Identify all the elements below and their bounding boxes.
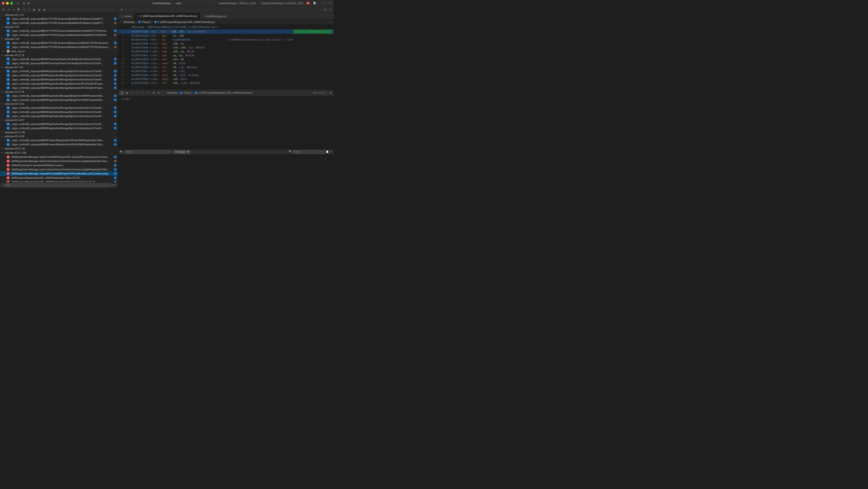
- bp-plain-4[interactable]: ! -[WARegistrationManager performSameDev…: [0, 167, 118, 171]
- bp-group-header[interactable]: ▾ unknown ID 18 57: [0, 118, 118, 122]
- code-line-13[interactable]: 13 0x1043f2660 <+44>: stur x8, [x29, #-0…: [118, 73, 334, 77]
- sidebar-toggle-right[interactable]: ⊡: [120, 8, 124, 11]
- sidebar-toggle-btn[interactable]: ⊡: [16, 1, 20, 5]
- bp-plain-1[interactable]: ! -[WARegistrationManager beginFetchWith…: [0, 155, 118, 159]
- nav-forward-btn[interactable]: ›: [129, 8, 133, 11]
- code-line-11[interactable]: 11 0x1043f2658 <+36>: ldr x8, [x8, #0xda…: [118, 65, 334, 69]
- add-button[interactable]: +: [322, 1, 326, 5]
- breadcrumb-thread[interactable]: Thread 1: [142, 21, 151, 24]
- code-line-8[interactable]: 8 0x1043f264c <+24>: sub sp, sp, #0x230: [118, 54, 334, 58]
- bp-item[interactable]: i _logos_method$_ungrouped$WAPreparedReg…: [0, 142, 118, 146]
- bp-group-4-1[interactable]: ▾ unknown ID 4.1 85: [0, 130, 118, 134]
- bp-file-item[interactable]: ▸ ⊕ hook_reg.xm: [0, 49, 118, 53]
- bp-item[interactable]: i _logos_method$_ungrouped$WARegistratio…: [0, 114, 118, 118]
- debug-extra-1[interactable]: ⊕: [152, 91, 156, 95]
- debug-extra-2[interactable]: ⊗: [156, 91, 161, 95]
- run-btn[interactable]: ▶: [27, 1, 31, 5]
- inspector-btn[interactable]: ≡: [328, 8, 333, 11]
- bp-group-header[interactable]: ▾ unknown ID 13 51: [0, 102, 118, 106]
- toolbar-list-btn[interactable]: ≡: [11, 8, 16, 11]
- tab-waprepared[interactable]: ⊙ 0 -[WAPreparedRegistrationURL urlWithT…: [134, 13, 200, 19]
- code-line-12[interactable]: 12 0x1043f265c <+40>: ldr x8, [x8]: [118, 69, 334, 73]
- toolbar-warn-btn[interactable]: ⚠: [22, 8, 26, 11]
- split-view-btn[interactable]: ⊟: [323, 8, 328, 11]
- bp-group-header[interactable]: ▾ unknown ID 12 45: [0, 90, 118, 94]
- traffic-lights[interactable]: [2, 2, 13, 5]
- stop-btn[interactable]: ■: [22, 1, 26, 5]
- tab-control[interactable]: ⊙ control: [118, 13, 134, 19]
- close-button[interactable]: [2, 2, 5, 5]
- bp-item[interactable]: i _logos_method$_ungrouped$NSHTTPURLResp…: [0, 29, 118, 33]
- code-line-14[interactable]: 14 0x1043f2664 <+48>: adrp x28, 4553: [118, 77, 334, 81]
- code-area[interactable]: WhatsApp`-[WAPreparedRegistrationURL url…: [118, 25, 334, 90]
- expand-console-btn[interactable]: ⊟: [328, 91, 333, 95]
- bp-settings-icon[interactable]: ⚙: [114, 184, 116, 186]
- bp-group-5-1[interactable]: ▾ unknown ID 5.1 93: [0, 146, 118, 151]
- bp-group-header[interactable]: ▾ unknown ID 11 25: [0, 53, 118, 57]
- debug-step-in-btn[interactable]: ↙: [130, 91, 134, 95]
- bp-item[interactable]: i _logos_method$_ungrouped$WARegistratio…: [0, 94, 118, 98]
- minimize-button[interactable]: [6, 2, 9, 5]
- collapse-icon[interactable]: ⟩: [331, 21, 332, 24]
- bp-item[interactable]: i _logos_method$_ungrouped$WAPhoneInputV…: [0, 61, 118, 65]
- bp-item[interactable]: i _logos_method$_ungrouped$WARegistratio…: [0, 82, 118, 86]
- bp-plain-2[interactable]: ! -[WARegistrationManager performSameDev…: [0, 159, 118, 163]
- code-line-5[interactable]: 5 0x1043f2640 <+12>: mov x30, x1: [118, 42, 334, 46]
- bp-group-header[interactable]: ▾ unknown ID 2 127: [0, 13, 118, 17]
- toolbar-square-btn[interactable]: ■: [37, 8, 41, 11]
- debug-step-over-btn[interactable]: ▶: [125, 91, 129, 95]
- code-line-2[interactable]: 2 → 0x1043f2634 <+4>: stp x28, x27, [sp,…: [118, 29, 334, 34]
- bp-item[interactable]: i _logos_method$_ungrouped$WARegistratio…: [0, 86, 118, 90]
- code-line-15[interactable]: 15 0x1043f2668 <+52>: ldr x19, [x28, #0x…: [118, 81, 334, 85]
- bp-item[interactable]: i _logos_method$_ungrouped$WARegistratio…: [0, 106, 118, 110]
- bp-item[interactable]: i _logos_method$_ungrouped$WARegistratio…: [0, 77, 118, 82]
- output-selector[interactable]: All Output: [173, 150, 190, 154]
- code-line-4[interactable]: 4 0x1043f263c <+8>: bl 0x104500a44 ; +[W…: [118, 38, 334, 42]
- bp-item[interactable]: i _logos_method$_ungrouped$WARegistratio…: [0, 73, 118, 77]
- bp-group-header[interactable]: ▾ unknown 134: [0, 25, 118, 29]
- add-bp-icon[interactable]: +: [2, 184, 3, 186]
- bp-group-header[interactable]: ▾ unknown 134: [0, 37, 118, 41]
- bp-group-header[interactable]: ▾ unknown ID 7 40: [0, 65, 118, 69]
- debug-step-inst-btn[interactable]: ⤵: [141, 91, 145, 95]
- bp-item[interactable]: i _logos_method$_ungrouped$WAPhoneInputV…: [0, 57, 118, 61]
- toolbar-close-btn[interactable]: ✕: [6, 8, 11, 11]
- lldb-console[interactable]: (lldb): [118, 96, 334, 149]
- breadcrumb-whatsapp[interactable]: WhatsApp: [124, 21, 135, 24]
- debug-pause-btn[interactable]: ⏸: [120, 91, 124, 95]
- debug-step-out-btn[interactable]: ↗: [135, 91, 140, 95]
- tab-hookwhatsapp[interactable]: ≡ HookWhatsApp.xm: [200, 13, 229, 19]
- lldb-filter-input[interactable]: [125, 150, 171, 154]
- code-line-6[interactable]: 6 0x1043f2644 <+16>: stp x29, x30, [sp, …: [118, 46, 334, 50]
- bp-item[interactable]: i _logos_method$_ungrouped$WARegistratio…: [0, 110, 118, 114]
- debug-step-inst-over-btn[interactable]: ⤴: [146, 91, 150, 95]
- bp-item[interactable]: i _logos_method$_ungrouped$WARegistratio…: [0, 69, 118, 73]
- bp-item[interactable]: i _logos_method$_ungrouped$NSHTTPURLResp…: [0, 33, 118, 37]
- code-line-10[interactable]: 10 0x1043f2654 <+32>: adrp x8, 3178: [118, 61, 334, 65]
- bp-item[interactable]: i _logos_method$_ungrouped$NSHTTPURLResp…: [0, 45, 118, 49]
- bp-item[interactable]: i _logos_method$_ungrouped$WARegistratio…: [0, 98, 118, 102]
- output-filter-input[interactable]: [292, 150, 325, 154]
- bp-filter-input[interactable]: [4, 183, 111, 187]
- output-copy-icon[interactable]: 📋: [326, 150, 329, 154]
- bp-item[interactable]: i _logos_method$_ungrouped$NSHTTPURLResp…: [0, 21, 118, 25]
- bp-item[interactable]: i _logos_method$_ungrouped$WARegistratio…: [0, 126, 118, 130]
- maximize-button[interactable]: [10, 2, 13, 5]
- toolbar-diamond-btn[interactable]: ◇: [27, 8, 31, 11]
- output-clear-icon[interactable]: ✕: [330, 150, 332, 154]
- toolbar-search-btn[interactable]: 🔍: [17, 8, 21, 11]
- toolbar-sidebar-btn[interactable]: ⊡: [1, 8, 6, 11]
- code-line-3[interactable]: 3 0x1043f2638 <+8>: mov x1, x30: [118, 34, 334, 38]
- bp-item[interactable]: i _logos_method$_ungrouped$WAPreparedReg…: [0, 138, 118, 142]
- bp-group-header[interactable]: ▾ unknown ID 14 90: [0, 134, 118, 138]
- expand-icon[interactable]: ⟨: [329, 21, 330, 24]
- bp-expand-icon[interactable]: ⊞: [111, 184, 113, 186]
- bp-plain-6[interactable]: ! -[WAPreparedRegistrationURL urlWithReg…: [0, 180, 118, 182]
- bp-item[interactable]: i _logos_method$_ungrouped$NSHTTPURLResp…: [0, 17, 118, 21]
- bp-item[interactable]: i _logos_method$_ungrouped$WARegistratio…: [0, 122, 118, 126]
- code-line-7[interactable]: 7 0x1043f2648 <+20>: add x29, sp, #0x50: [118, 50, 334, 54]
- bp-plain-5[interactable]: ! -[WAPreparedRegistrationURL urlWithReg…: [0, 176, 118, 180]
- toolbar-square2-btn[interactable]: ■: [42, 8, 46, 11]
- breadcrumb-frame[interactable]: 0 -[WAPreparedRegistrationURL urlWithTok…: [158, 21, 215, 24]
- bp-plain-selected[interactable]: ! -[WARegistrationManager requestPreChat…: [0, 171, 118, 176]
